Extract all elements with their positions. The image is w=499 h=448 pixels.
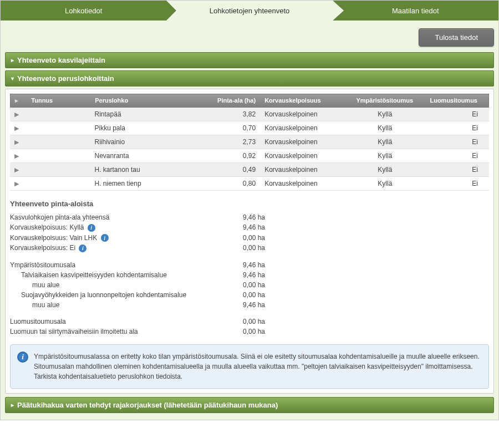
cell-korvauskelpoisuus: Korvauskelpoinen [260, 108, 350, 121]
cell-pinta-ala: 0,92 [191, 149, 260, 162]
cell-luomusitoumus: Ei [420, 108, 489, 121]
cell-pinta-ala: 2,73 [191, 135, 260, 149]
grid-body: ▶Rintapää3,82KorvauskelpoinenKylläEi▶Pik… [10, 108, 489, 191]
content: Tulosta tiedot ▸ Yhteenveto kasvilajeitt… [1, 21, 498, 420]
summary-row: Kasvulohkojen pinta-ala yhteensä9,46 ha [10, 212, 489, 222]
cell-tunnus [26, 135, 90, 149]
info-icon[interactable]: i [88, 224, 95, 232]
info-text: Ympäristösitoumusalassa on eritetty koko… [34, 352, 482, 381]
chevron-right-icon: ▸ [15, 97, 18, 104]
cell-luomusitoumus: Ei [420, 135, 489, 149]
summary-row: Korvauskelpoisuus: Kyllä i9,46 ha [10, 222, 489, 233]
col-luomusitoumus[interactable]: Luomusitoumus [419, 94, 488, 107]
col-pinta-ala[interactable]: Pinta-ala (ha) [191, 94, 260, 107]
summary-label: Luomusitoumusala [10, 318, 221, 325]
expand-row-icon[interactable]: ▶ [14, 111, 19, 118]
summary-label: Ympäristösitoumusala [10, 261, 221, 269]
tab-lohkotiedot[interactable]: Lohkotiedot [1, 1, 166, 21]
summary-value: 0,00 ha [221, 281, 265, 289]
summary-row: Luomusitoumusala0,00 ha [10, 317, 489, 327]
summary-row: Ympäristösitoumusala9,46 ha [10, 260, 489, 270]
summary-label: Kasvulohkojen pinta-ala yhteensä [10, 213, 221, 221]
table-row[interactable]: ▶Pikku pala0,70KorvauskelpoinenKylläEi [10, 121, 489, 135]
table-row[interactable]: ▶H. kartanon tau0,49KorvauskelpoinenKyll… [10, 163, 489, 177]
summary-row: Luomuun tai siirtymävaiheisiin ilmoitett… [10, 327, 489, 337]
panel-peruslohkoittain-header[interactable]: ▾ Yhteenveto peruslohkoittain [5, 70, 494, 86]
cell-pinta-ala: 3,82 [191, 108, 260, 121]
tab-yhteenveto[interactable]: Lohkotietojen yhteenveto [166, 1, 332, 21]
summary-value: 0,00 ha [221, 328, 265, 335]
cell-luomusitoumus: Ei [420, 177, 489, 190]
summary-value: 0,00 ha [221, 244, 265, 252]
summary-row: muu alue9,46 ha [10, 300, 489, 310]
chevron-right-icon [333, 1, 343, 21]
cell-ymparistositoumus: Kyllä [350, 108, 420, 121]
summary-row: Suojavyöhykkeiden ja luonnonpeltojen koh… [10, 290, 489, 300]
summary-row: Talviaikaisen kasvipeitteisyyden kohdent… [10, 270, 489, 280]
col-ymparistositoumus[interactable]: Ympäristösitoumus [350, 94, 419, 107]
tab-label: Maatilan tiedot [392, 7, 439, 15]
col-korvauskelpoisuus[interactable]: Korvauskelpoisuus [260, 94, 350, 107]
expand-row-icon[interactable]: ▶ [14, 139, 19, 145]
expand-row-icon[interactable]: ▶ [14, 180, 19, 187]
panel-rajakorjaukset-header[interactable]: ▸ Päätukihakua varten tehdyt rajakorjauk… [5, 397, 494, 413]
cell-tunnus [26, 149, 90, 162]
col-peruslohko[interactable]: Peruslohko [90, 94, 191, 107]
summary-label: Talviaikaisen kasvipeitteisyyden kohdent… [10, 271, 221, 279]
cell-pinta-ala: 0,49 [191, 163, 260, 176]
panel-peruslohkoittain-body: ▸ Tunnus Peruslohko Pinta-ala (ha) Korva… [5, 89, 494, 394]
info-box: i Ympäristösitoumusalassa on eritetty ko… [10, 344, 489, 389]
cell-ymparistositoumus: Kyllä [350, 135, 420, 149]
summary-label: Luomuun tai siirtymävaiheisiin ilmoitett… [10, 328, 221, 335]
cell-korvauskelpoisuus: Korvauskelpoinen [260, 149, 350, 162]
cell-peruslohko: Riihivainio [90, 135, 191, 149]
summary-label: Korvauskelpoisuus: Ei i [10, 244, 221, 252]
summary-row: Korvauskelpoisuus: Ei i0,00 ha [10, 243, 489, 253]
summary-label: muu alue [10, 301, 221, 309]
cell-peruslohko: H. niemen tienp [90, 177, 191, 190]
cell-korvauskelpoisuus: Korvauskelpoinen [260, 135, 350, 149]
cell-korvauskelpoisuus: Korvauskelpoinen [260, 177, 350, 190]
expand-row-icon[interactable]: ▶ [14, 152, 19, 159]
summary-value: 9,46 ha [221, 261, 265, 269]
panel-kasvilajeittain-header[interactable]: ▸ Yhteenveto kasvilajeittain [5, 52, 494, 68]
toolbar: Tulosta tiedot [5, 25, 494, 52]
summary-row: Korvauskelpoisuus: Vain LHK i0,00 ha [10, 233, 489, 243]
table-row[interactable]: ▶Nevanranta0,92KorvauskelpoinenKylläEi [10, 149, 489, 163]
cell-pinta-ala: 0,80 [191, 177, 260, 190]
summary-value: 9,46 ha [221, 223, 265, 232]
cell-tunnus [26, 163, 90, 176]
cell-peruslohko: Rintapää [90, 108, 191, 121]
col-tunnus[interactable]: Tunnus [27, 94, 90, 107]
info-icon[interactable]: i [79, 245, 86, 252]
table-row[interactable]: ▶Rintapää3,82KorvauskelpoinenKylläEi [10, 108, 489, 121]
summary-body: Kasvulohkojen pinta-ala yhteensä9,46 haK… [10, 212, 489, 337]
summary-row: muu alue0,00 ha [10, 280, 489, 290]
summary-value: 0,00 ha [221, 234, 265, 242]
cell-luomusitoumus: Ei [420, 149, 489, 162]
chevron-right-icon [166, 1, 176, 21]
table-row[interactable]: ▶Riihivainio2,73KorvauskelpoinenKylläEi [10, 135, 489, 149]
cell-ymparistositoumus: Kyllä [350, 177, 420, 190]
cell-luomusitoumus: Ei [420, 121, 489, 135]
cell-peruslohko: Nevanranta [90, 149, 191, 162]
expand-row-icon[interactable]: ▶ [14, 166, 19, 173]
cell-korvauskelpoisuus: Korvauskelpoinen [260, 121, 350, 135]
summary-label: Korvauskelpoisuus: Kyllä i [10, 223, 221, 232]
grid-header: ▸ Tunnus Peruslohko Pinta-ala (ha) Korva… [10, 94, 489, 108]
table-row[interactable]: ▶H. niemen tienp0,80KorvauskelpoinenKyll… [10, 177, 489, 191]
tab-label: Lohkotiedot [65, 7, 102, 15]
panel-title: Yhteenveto peruslohkoittain [17, 74, 114, 83]
print-button[interactable]: Tulosta tiedot [419, 28, 494, 47]
cell-peruslohko: H. kartanon tau [90, 163, 191, 176]
cell-luomusitoumus: Ei [420, 163, 489, 176]
tab-maatilan-tiedot[interactable]: Maatilan tiedot [333, 1, 498, 21]
summary-label: Suojavyöhykkeiden ja luonnonpeltojen koh… [10, 291, 221, 299]
cell-pinta-ala: 0,70 [191, 121, 260, 135]
wizard-tabs: Lohkotiedot Lohkotietojen yhteenveto Maa… [1, 1, 498, 21]
summary-label: Korvauskelpoisuus: Vain LHK i [10, 234, 221, 242]
info-icon[interactable]: i [101, 234, 109, 242]
chevron-right-icon: ▸ [11, 57, 14, 63]
cell-tunnus [26, 177, 90, 190]
expand-row-icon[interactable]: ▶ [14, 125, 19, 131]
